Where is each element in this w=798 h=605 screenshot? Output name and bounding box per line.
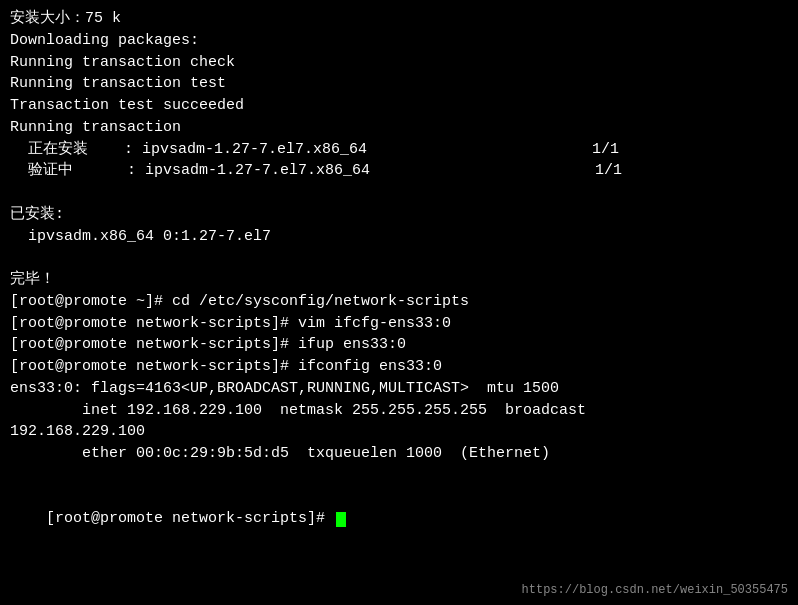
cursor-block [336,512,346,527]
terminal-line-22 [10,465,788,487]
terminal-line-10: 已安装: [10,204,788,226]
terminal-line-23[interactable]: [root@promote network-scripts]# [10,487,788,552]
terminal-line-12 [10,247,788,269]
terminal-line-11: ipvsadm.x86_64 0:1.27-7.el7 [10,226,788,248]
terminal-line-5: Transaction test succeeded [10,95,788,117]
terminal-line-9 [10,182,788,204]
terminal-line-14: [root@promote ~]# cd /etc/sysconfig/netw… [10,291,788,313]
terminal-line-4: Running transaction test [10,73,788,95]
terminal-line-19: inet 192.168.229.100 netmask 255.255.255… [10,400,788,422]
terminal-line-6: Running transaction [10,117,788,139]
watermark-text: https://blog.csdn.net/weixin_50355475 [522,583,788,597]
prompt-text: [root@promote network-scripts]# [46,510,334,527]
terminal-line-3: Running transaction check [10,52,788,74]
terminal-line-1: 安装大小：75 k [10,8,788,30]
terminal-line-21: ether 00:0c:29:9b:5d:d5 txqueuelen 1000 … [10,443,788,465]
terminal-line-17: [root@promote network-scripts]# ifconfig… [10,356,788,378]
terminal-line-7: 正在安装 : ipvsadm-1.27-7.el7.x86_64 1/1 [10,139,788,161]
terminal-window: 安装大小：75 k Downloading packages: Running … [0,0,798,605]
terminal-line-20: 192.168.229.100 [10,421,788,443]
terminal-line-8: 验证中 : ipvsadm-1.27-7.el7.x86_64 1/1 [10,160,788,182]
terminal-line-2: Downloading packages: [10,30,788,52]
terminal-line-18: ens33:0: flags=4163<UP,BROADCAST,RUNNING… [10,378,788,400]
terminal-line-16: [root@promote network-scripts]# ifup ens… [10,334,788,356]
terminal-line-15: [root@promote network-scripts]# vim ifcf… [10,313,788,335]
terminal-line-13: 完毕！ [10,269,788,291]
